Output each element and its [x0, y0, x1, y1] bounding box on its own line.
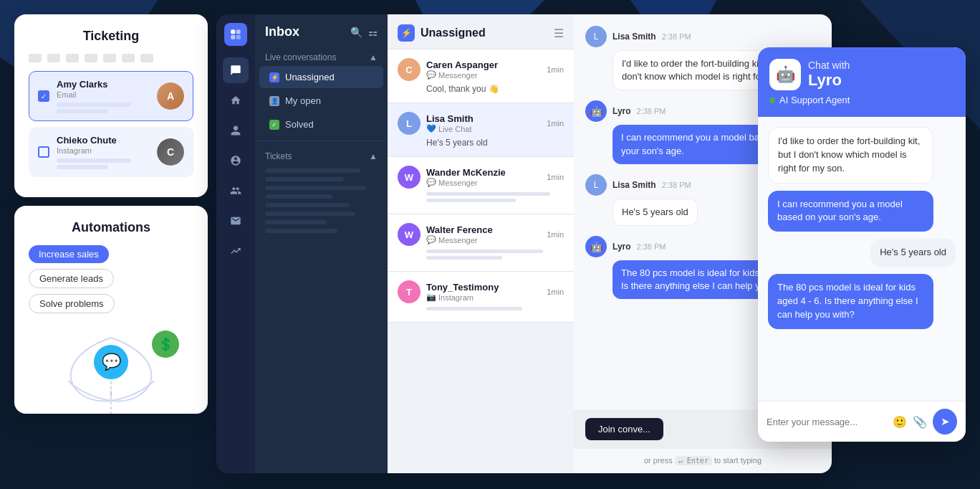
conv-title: Unassigned — [421, 27, 486, 39]
conv-time-lisa: 1min — [547, 119, 564, 128]
inbox-header-icons: 🔍 ⚏ — [350, 27, 378, 38]
conv-item-caren[interactable]: C Caren Aspanger 💬 Messenger 1min Coo — [388, 49, 574, 103]
conv-channel-lisa: 💙 Live Chat — [426, 124, 474, 133]
messenger-icon-caren: 💬 — [426, 70, 436, 80]
conv-item-header-tony: T Tony_Testimony 📷 Instagram 1min — [398, 280, 564, 303]
nav-bot-icon[interactable] — [223, 148, 249, 174]
lyro-header: 🤖 Chat with Lyro AI Support Agent — [758, 47, 966, 117]
walter-line-2 — [426, 256, 502, 260]
conv-name-wander: Wander McKenzie — [426, 167, 506, 178]
avatar-lisa: L — [398, 112, 421, 135]
nav-mail-icon[interactable] — [223, 208, 249, 234]
sidebar-nav — [216, 14, 255, 473]
lyro-message-input[interactable] — [767, 417, 887, 427]
walter-line-1 — [426, 250, 543, 253]
filter-icon[interactable]: ☰ — [554, 27, 564, 40]
messenger-icon-walter: 💬 — [426, 235, 436, 244]
ticket-checkbox-amy[interactable] — [38, 90, 49, 102]
conv-item-walter[interactable]: W Walter Ference 💬 Messenger 1min — [388, 214, 574, 272]
svg-rect-8 — [236, 35, 241, 39]
nav-unassigned[interactable]: ⚡ Unassigned — [259, 66, 383, 88]
join-conversation-button[interactable]: Join conve... — [585, 418, 663, 440]
conv-name-info-lisa: Lisa Smith 💙 Live Chat — [426, 113, 474, 133]
conv-time-caren: 1min — [547, 65, 564, 74]
conv-item-left-caren: C Caren Aspanger 💬 Messenger — [398, 58, 498, 81]
ph-line-3 — [265, 186, 366, 190]
ticket-checkbox-chieko[interactable] — [38, 146, 49, 158]
svg-rect-6 — [236, 29, 241, 34]
flow-arrow: ↓ — [109, 386, 114, 398]
chat-avatar-lisa-2: L — [585, 174, 607, 196]
conv-item-header-lisa: L Lisa Smith 💙 Live Chat 1min — [398, 112, 564, 135]
tag-generate-leads[interactable]: Generate leads — [29, 269, 114, 288]
ticketing-card: Ticketing Amy Clarks Email — [14, 14, 208, 197]
nav-solved[interactable]: ✓ Solved — [259, 113, 383, 136]
conv-name-tony: Tony_Testimony — [426, 282, 499, 293]
nav-my-open[interactable]: 👤 My open — [259, 90, 383, 112]
chat-msg-header-1: L Lisa Smith 2:38 PM — [585, 26, 820, 47]
lyro-status-text: AI Support Agent — [779, 95, 850, 105]
ticket-line-2 — [57, 109, 108, 113]
ticket-item-amy[interactable]: Amy Clarks Email A — [29, 71, 193, 121]
lyro-widget: 🤖 Chat with Lyro AI Support Agent I'd li… — [758, 47, 966, 442]
tag-increase-sales[interactable]: Increase sales — [29, 245, 109, 263]
layout-icon[interactable]: ⚏ — [368, 27, 378, 38]
conv-name-caren: Caren Aspanger — [426, 60, 498, 70]
ticket-name-amy: Amy Clarks — [57, 79, 150, 90]
conv-channel-tony: 📷 Instagram — [426, 293, 499, 302]
avatar-chieko-img: C — [157, 138, 184, 166]
nav-inbox-icon[interactable] — [223, 57, 249, 83]
emoji-icon[interactable]: 🙂 — [893, 415, 907, 429]
conv-item-tony[interactable]: T Tony_Testimony 📷 Instagram 1min — [388, 272, 574, 323]
live-conv-label: Live conversations ▲ — [255, 47, 388, 65]
ticket-item-chieko[interactable]: Chieko Chute Instagram C — [29, 127, 193, 177]
ticket-info-amy: Amy Clarks Email — [57, 79, 150, 113]
avatar-wander: W — [398, 166, 421, 189]
conv-name-walter: Walter Ference — [426, 224, 493, 235]
nav-team-icon[interactable] — [223, 178, 249, 204]
unassigned-dot: ⚡ — [269, 72, 279, 82]
conv-name-info-tony: Tony_Testimony 📷 Instagram — [426, 282, 499, 302]
nav-home-icon[interactable] — [223, 87, 249, 113]
nav-contact-icon[interactable] — [223, 118, 249, 143]
lyro-messages: I'd like to order the fort-building kit,… — [758, 117, 966, 401]
conv-name-lisa: Lisa Smith — [426, 113, 474, 124]
chat-sender-3: Lisa Smith — [612, 180, 656, 190]
conv-item-left-walter: W Walter Ference 💬 Messenger — [398, 223, 493, 246]
toolbar-icon-5 — [103, 54, 116, 62]
inbox-divider — [255, 141, 388, 141]
toolbar-icon-2 — [47, 54, 60, 62]
ph-line-5 — [265, 203, 350, 207]
tony-line-1 — [426, 307, 522, 310]
ticket-line-4 — [57, 165, 108, 169]
ticket-toolbar — [29, 54, 193, 62]
chat-sender-2: Lyro — [612, 106, 631, 116]
tickets-label: Tickets ▲ — [255, 146, 388, 164]
lyro-send-button[interactable]: ➤ — [933, 409, 957, 435]
conv-channel-walter: 💬 Messenger — [426, 235, 493, 244]
ph-line-1 — [265, 168, 360, 173]
enter-hint-bar: or press ↵ Enter to start typing — [574, 449, 832, 473]
avatar-chieko: C — [157, 138, 184, 166]
lyro-msg-4: The 80 pcs model is ideal for kids aged … — [768, 274, 933, 329]
inbox-panel: Inbox 🔍 ⚏ Live conversations ▲ ⚡ Unassig… — [255, 14, 388, 473]
search-icon[interactable]: 🔍 — [350, 27, 362, 38]
conv-item-lisa[interactable]: L Lisa Smith 💙 Live Chat 1min He's 5 — [388, 103, 574, 157]
chat-bubble-3: He's 5 years old — [612, 199, 698, 226]
ticket-line-1 — [57, 103, 131, 107]
conv-item-wander[interactable]: W Wander McKenzie 💬 Messenger 1min — [388, 157, 574, 214]
automation-tags: Increase sales Generate leads Solve prob… — [29, 245, 193, 313]
avatar-walter: W — [398, 223, 421, 246]
chat-avatar-lisa-1: L — [585, 26, 607, 47]
chat-time-2: 2:38 PM — [637, 107, 666, 115]
attachment-icon[interactable]: 📎 — [913, 415, 927, 429]
ph-line-2 — [265, 177, 344, 181]
tag-solve-problems[interactable]: Solve problems — [29, 294, 115, 313]
conv-name-info-wander: Wander McKenzie 💬 Messenger — [426, 167, 506, 187]
nav-logo — [224, 23, 247, 46]
chat-time-1: 2:38 PM — [662, 32, 691, 41]
toolbar-icon-7 — [140, 54, 153, 62]
lyro-msg-3: He's 5 years old — [870, 239, 956, 267]
nav-chart-icon[interactable] — [223, 238, 249, 264]
ph-line-7 — [265, 220, 327, 224]
